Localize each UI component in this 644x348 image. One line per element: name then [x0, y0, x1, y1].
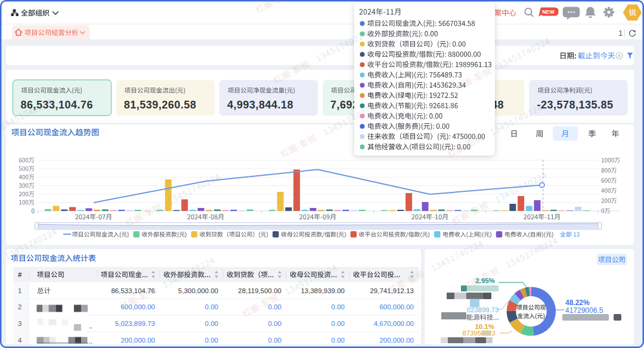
- svg-text:13,389,939.00: 13,389,939.00: [301, 287, 345, 294]
- svg-text:0.00: 0.00: [268, 337, 281, 344]
- svg-text:0.00: 0.00: [268, 303, 281, 310]
- svg-text:0.00: 0.00: [332, 337, 345, 344]
- svg-text:1: 1: [18, 287, 21, 294]
- svg-text:86,533,104.76: 86,533,104.76: [21, 99, 94, 111]
- svg-text:41729006.5: 41729006.5: [565, 306, 603, 315]
- svg-text:28,119,500.00: 28,119,500.00: [238, 287, 281, 294]
- svg-text:29,741,912.13: 29,741,912.13: [370, 287, 414, 294]
- svg-text:200,000.00: 200,000.00: [379, 337, 414, 344]
- svg-text:5,023,899.73: 5,023,899.73: [115, 320, 155, 327]
- svg-text:87395: 87395: [463, 330, 481, 337]
- svg-text:0.00: 0.00: [205, 337, 218, 344]
- svg-text:81,539,260.58: 81,539,260.58: [124, 99, 197, 111]
- svg-text:2: 2: [18, 303, 21, 310]
- svg-text:4,993,844.18: 4,993,844.18: [227, 99, 293, 111]
- svg-text:-23,578,135.85: -23,578,135.85: [537, 99, 614, 111]
- svg-text:5,300,000.00: 5,300,000.00: [178, 287, 218, 294]
- svg-text:200,000.00: 200,000.00: [120, 337, 155, 344]
- svg-text:NEW: NEW: [542, 9, 555, 15]
- svg-text:0.00: 0.00: [205, 320, 218, 327]
- svg-text:3: 3: [492, 330, 496, 337]
- svg-text:4,670,000.00: 4,670,000.00: [374, 320, 414, 327]
- svg-text:0: 0: [31, 208, 35, 215]
- svg-text:86,533,104.76: 86,533,104.76: [111, 287, 155, 294]
- svg-text:4: 4: [18, 337, 22, 344]
- svg-text:3: 3: [18, 320, 21, 327]
- svg-text:0.00: 0.00: [332, 320, 345, 327]
- svg-text:1: 1: [618, 29, 623, 38]
- svg-text:023899.73: 023899.73: [467, 306, 499, 313]
- svg-text:48.22%: 48.22%: [565, 299, 590, 307]
- svg-text:600,000.00: 600,000.00: [379, 303, 414, 310]
- svg-text:0.00: 0.00: [205, 303, 218, 310]
- svg-text:0.00: 0.00: [332, 303, 345, 310]
- svg-text:#: #: [18, 271, 22, 278]
- svg-text:0.00: 0.00: [268, 320, 281, 327]
